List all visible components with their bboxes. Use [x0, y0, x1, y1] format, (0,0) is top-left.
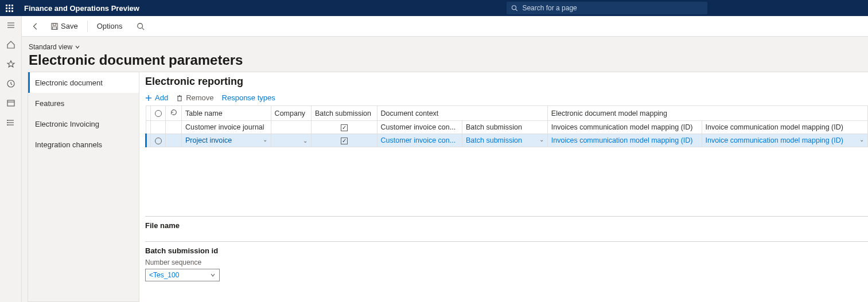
sidepanel-label: Electronic Invoicing — [35, 120, 99, 128]
file-name-section: File name — [145, 216, 868, 230]
cell-batch-submission[interactable] — [311, 134, 377, 147]
page-header: Standard view Electronic document parame… — [22, 37, 868, 72]
cell-table-name[interactable]: Customer invoice journal — [182, 121, 271, 134]
row-edit[interactable] — [166, 121, 182, 134]
cell-mapping-2[interactable]: Invoice communication model mapping (ID) — [702, 121, 867, 134]
batch-submission-id-section: Batch submission id Number sequence <Tes… — [145, 241, 868, 281]
batch-submission-id-title: Batch submission id — [145, 246, 868, 255]
view-name: Standard view — [29, 43, 72, 51]
action-search-button[interactable] — [133, 18, 149, 34]
grid-row[interactable]: Customer invoice journal Customer invoic… — [146, 121, 868, 134]
number-sequence-combo[interactable]: <Tes_100 — [145, 269, 220, 281]
content-column: Save Options Standard view Electronic do… — [22, 16, 868, 302]
page-body: Electronic document Features Electronic … — [22, 72, 868, 302]
svg-point-17 — [138, 23, 143, 28]
save-label: Save — [61, 22, 78, 30]
svg-point-12 — [7, 123, 7, 123]
cell-doc-context-2[interactable]: Batch submission — [462, 121, 548, 134]
col-table-name[interactable]: Table name — [182, 106, 271, 121]
refresh-icon — [170, 108, 178, 116]
number-sequence-value: <Tes_100 — [149, 271, 179, 279]
cell-batch-submission[interactable] — [311, 121, 377, 134]
row-edit[interactable] — [166, 134, 182, 147]
col-model-mapping[interactable]: Electronic document model mapping — [547, 106, 867, 121]
search-wrap — [507, 2, 707, 14]
trash-icon — [176, 95, 183, 101]
row-select[interactable] — [151, 121, 166, 134]
title-bar: Finance and Operations Preview — [0, 0, 868, 16]
grid-header-row: Table name Company Batch submission Docu… — [146, 106, 868, 121]
grid-refresh[interactable] — [166, 106, 182, 121]
cell-company[interactable] — [271, 121, 311, 134]
app-launcher-button[interactable] — [0, 0, 18, 16]
save-icon — [50, 22, 59, 30]
search-input[interactable] — [521, 3, 703, 13]
cell-doc-context-1[interactable]: Customer invoice con... — [377, 121, 462, 134]
page-title: Electronic document parameters — [29, 52, 861, 68]
grid-select-all[interactable] — [151, 106, 166, 121]
checkbox-icon — [341, 124, 348, 131]
app-title: Finance and Operations Preview — [24, 4, 139, 13]
global-search[interactable] — [507, 2, 707, 14]
col-batch-submission[interactable]: Batch submission — [311, 106, 377, 121]
nav-rail — [0, 16, 22, 302]
grid-row[interactable]: Project invoice⌄ ⌄ Customer invoice con.… — [146, 134, 868, 147]
grid-marker-col — [146, 106, 151, 121]
cell-mapping-1[interactable]: Invoices communication model mapping (ID… — [547, 121, 702, 134]
sidepanel-item-electronic-document[interactable]: Electronic document — [28, 72, 139, 93]
chevron-down-icon[interactable]: ⌄ — [539, 136, 544, 143]
sidepanel-item-features[interactable]: Features — [28, 93, 139, 113]
row-marker — [146, 121, 151, 134]
file-name-title: File name — [145, 221, 868, 230]
row-select[interactable] — [151, 134, 166, 147]
cell-mapping-1[interactable]: Invoices communication model mapping (ID… — [547, 134, 702, 147]
response-types-button[interactable]: Response types — [222, 93, 275, 102]
col-company[interactable]: Company — [271, 106, 311, 121]
number-sequence-label: Number sequence — [145, 258, 868, 266]
svg-line-1 — [516, 9, 517, 11]
add-label: Add — [155, 93, 168, 102]
back-button[interactable] — [28, 18, 44, 34]
checkbox-icon — [341, 138, 348, 144]
cell-table-name[interactable]: Project invoice⌄ — [182, 134, 271, 147]
svg-line-18 — [142, 28, 145, 30]
sidepanel-item-electronic-invoicing[interactable]: Electronic Invoicing — [28, 113, 139, 134]
chevron-down-icon — [75, 44, 80, 50]
remove-label: Remove — [186, 93, 213, 102]
add-button[interactable]: Add — [145, 93, 168, 102]
side-panel: Electronic document Features Electronic … — [28, 72, 139, 302]
plus-icon — [145, 95, 152, 101]
workspace-icon[interactable] — [5, 97, 17, 109]
svg-rect-15 — [53, 23, 56, 25]
response-types-label: Response types — [222, 93, 275, 102]
hamburger-icon[interactable] — [5, 19, 17, 31]
cell-doc-context-2[interactable]: Batch submission⌄ — [462, 134, 548, 147]
modules-icon[interactable] — [5, 117, 17, 128]
view-selector[interactable]: Standard view — [29, 43, 80, 51]
col-document-context[interactable]: Document context — [377, 106, 547, 121]
recent-icon[interactable] — [5, 78, 17, 89]
svg-point-0 — [512, 6, 516, 10]
cell-company[interactable]: ⌄ — [271, 134, 311, 147]
action-bar: Save Options — [22, 16, 868, 37]
cell-mapping-2[interactable]: Invoice communication model mapping (ID)… — [702, 134, 867, 147]
cell-doc-context-1[interactable]: Customer invoice con... — [377, 134, 462, 147]
sidepanel-label: Integration channels — [35, 140, 102, 149]
svg-rect-21 — [178, 96, 181, 101]
chevron-down-icon[interactable]: ⌄ — [859, 136, 864, 143]
svg-point-13 — [7, 125, 7, 125]
home-icon[interactable] — [5, 39, 17, 50]
chevron-down-icon — [210, 272, 216, 278]
sidepanel-item-integration-channels[interactable]: Integration channels — [28, 134, 139, 155]
chevron-down-icon[interactable]: ⌄ — [263, 136, 267, 143]
options-button[interactable]: Options — [92, 22, 127, 30]
row-marker — [146, 134, 151, 147]
search-icon — [511, 5, 517, 11]
section-title: Electronic reporting — [145, 76, 868, 88]
chevron-down-icon[interactable]: ⌄ — [303, 138, 308, 144]
svg-rect-6 — [7, 100, 14, 106]
remove-button[interactable]: Remove — [176, 93, 213, 102]
grid-toolbar: Add Remove Response types — [145, 93, 868, 102]
favorite-icon[interactable] — [5, 58, 17, 70]
save-button[interactable]: Save — [46, 18, 83, 34]
